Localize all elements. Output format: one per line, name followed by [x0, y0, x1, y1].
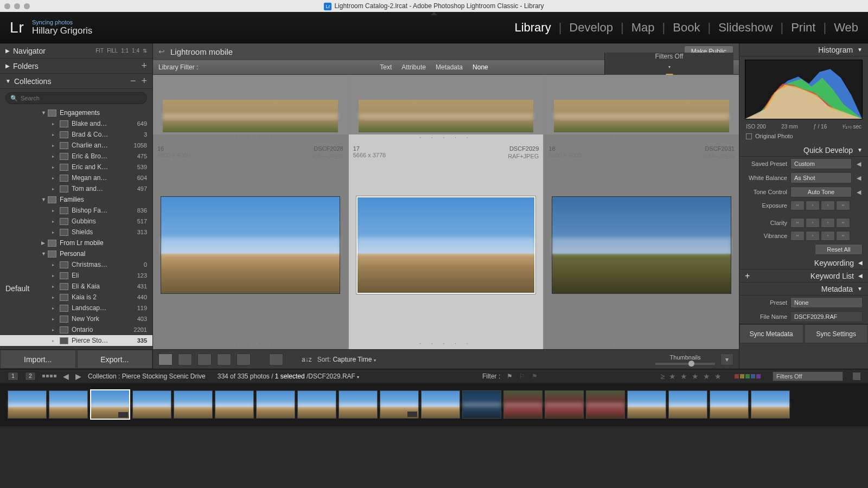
checkbox-icon[interactable]	[746, 133, 752, 139]
filmstrip-thumbnail[interactable]	[586, 390, 625, 419]
metadata-header[interactable]: Default Metadata▼	[739, 282, 868, 296]
collection-item[interactable]: ▸Landscap…119	[0, 303, 152, 313]
clarity-minus2[interactable]: ‹‹	[790, 218, 805, 228]
collection-group[interactable]: ▼Engagements	[0, 107, 152, 118]
people-view-icon[interactable]	[237, 354, 251, 365]
color-label-filter[interactable]	[735, 374, 761, 378]
filmstrip-thumbnail[interactable]	[627, 390, 666, 419]
flag-unflagged-icon[interactable]: ⚐	[519, 373, 525, 380]
vibrance-plus[interactable]: ›	[821, 231, 835, 241]
keyword-list-header[interactable]: + Keyword List◀	[739, 269, 868, 282]
clarity-plus2[interactable]: ››	[836, 218, 850, 228]
collection-group[interactable]: ▼Families	[0, 194, 152, 205]
filmstrip-thumbnail[interactable]	[503, 390, 542, 419]
nav-fit[interactable]: FIT	[95, 48, 104, 54]
vibrance-plus2[interactable]: ››	[836, 231, 850, 241]
nav-back-icon[interactable]: ◀	[63, 372, 69, 381]
sync-metadata-button[interactable]: Sync Metadata	[739, 324, 803, 343]
metadata-preset-select[interactable]: None	[790, 297, 863, 308]
filmstrip-thumbnail[interactable]	[421, 390, 460, 419]
sync-settings-button[interactable]: Sync Settings	[805, 324, 869, 343]
filmstrip[interactable]	[0, 383, 868, 426]
minimize-window-icon[interactable]	[14, 3, 20, 9]
filmstrip-thumbnail[interactable]	[462, 390, 501, 419]
grid-cell[interactable]: · · · · · 16DSCF2028 6000 x 4000RAF+JPEG…	[153, 75, 348, 349]
exposure-plus[interactable]: ›	[821, 201, 835, 210]
filter-text[interactable]: Text	[380, 63, 392, 71]
flag-picked-icon[interactable]: ⚑	[507, 373, 513, 380]
module-print[interactable]: Print	[791, 21, 815, 35]
filters-off-label[interactable]: Filters Off	[655, 53, 684, 60]
nav-1to4[interactable]: 1:4	[132, 48, 139, 54]
clarity-plus[interactable]: ›	[821, 218, 835, 228]
add-folder-icon[interactable]: +	[141, 60, 147, 72]
nav-forward-icon[interactable]: ▶	[75, 372, 81, 381]
thumbnail-size-slider[interactable]	[655, 363, 715, 365]
thumbnail-grid[interactable]: · · · · · 16DSCF2028 6000 x 4000RAF+JPEG…	[153, 75, 739, 349]
collection-item[interactable]: ▸Christmas…0	[0, 259, 152, 270]
vibrance-minus2[interactable]: ‹‹	[790, 231, 805, 241]
filmstrip-thumbnail[interactable]	[339, 390, 378, 419]
filter-preset-select[interactable]: Filters Off	[773, 371, 843, 381]
painter-icon[interactable]	[269, 354, 283, 365]
clarity-minus[interactable]: ‹	[806, 218, 820, 228]
collection-group[interactable]: ▶From Lr mobile	[0, 237, 152, 248]
keywording-header[interactable]: Keywording◀	[739, 256, 868, 269]
add-keyword-icon[interactable]: +	[745, 271, 750, 281]
chevron-right-icon[interactable]: ◀	[855, 160, 863, 168]
toolbar-menu-icon[interactable]: ▾	[720, 354, 733, 365]
grid-cell[interactable]: · · · · · 18DSCF2031 6000 x 4000RAF+JPEG…	[544, 75, 739, 349]
module-web[interactable]: Web	[834, 21, 858, 35]
collection-item[interactable]: ▸Blake and…649	[0, 118, 152, 129]
back-icon[interactable]: ↩	[158, 47, 165, 56]
grid-cell[interactable]: · · · · · 17DSCF2029 5666 x 3778RAF+JPEG…	[349, 75, 544, 349]
white-balance-select[interactable]: As Shot	[790, 172, 852, 183]
filter-none[interactable]: None	[473, 63, 488, 71]
rating-filter[interactable]: ≥ ★ ★ ★ ★ ★	[661, 372, 723, 381]
collection-item[interactable]: ▸Eric & Bro…475	[0, 151, 152, 162]
folders-panel-header[interactable]: ▶ Folders +	[0, 59, 152, 74]
flag-rejected-icon[interactable]: ⚑	[532, 373, 538, 380]
source-path[interactable]: Collection : Pierce Stocking Scenic Driv…	[88, 373, 206, 380]
module-develop[interactable]: Develop	[569, 21, 613, 35]
add-collection-icon[interactable]: +	[141, 75, 147, 87]
exposure-minus2[interactable]: ‹‹	[790, 201, 805, 210]
filmstrip-thumbnail[interactable]	[668, 390, 707, 419]
collection-item[interactable]: ▸Eli123	[0, 270, 152, 281]
filmstrip-thumbnail[interactable]	[174, 390, 213, 419]
filter-attribute[interactable]: Attribute	[401, 63, 426, 71]
module-book[interactable]: Book	[673, 21, 700, 35]
secondary-display-1[interactable]: 1	[8, 372, 18, 381]
collection-item[interactable]: ▸Eric and K…539	[0, 162, 152, 172]
remove-collection-icon[interactable]: −	[130, 75, 136, 87]
collection-item[interactable]: ▸Gubbins517	[0, 216, 152, 227]
collection-group[interactable]: ▼Personal	[0, 248, 152, 259]
exposure-minus[interactable]: ‹	[806, 201, 820, 210]
collection-item[interactable]: ▸Charlie an…1058	[0, 140, 152, 151]
survey-view-icon[interactable]	[217, 354, 231, 365]
filmstrip-thumbnail[interactable]	[8, 390, 47, 419]
filmstrip-thumbnail[interactable]	[90, 389, 130, 420]
auto-tone-button[interactable]: Auto Tone	[790, 187, 852, 197]
filter-lock-icon[interactable]	[853, 373, 860, 380]
filmstrip-thumbnail[interactable]	[710, 390, 749, 419]
sort-az-icon[interactable]: a↓z	[302, 356, 312, 363]
collection-item[interactable]: ▸Ontario2201	[0, 324, 152, 335]
quick-develop-header[interactable]: Quick Develop▼	[739, 144, 868, 157]
filmstrip-thumbnail[interactable]	[132, 390, 171, 419]
collection-item[interactable]: ▸Bishop Fa…836	[0, 205, 152, 216]
grid-view-icon[interactable]	[158, 354, 173, 365]
reset-all-button[interactable]: Reset All	[815, 244, 863, 255]
filmstrip-thumbnail[interactable]	[380, 390, 419, 419]
collections-search[interactable]: 🔍 Search	[5, 92, 147, 104]
compare-view-icon[interactable]	[197, 354, 212, 365]
import-button[interactable]: Import...	[0, 350, 76, 369]
filename-field[interactable]: DSCF2029.RAF	[790, 311, 863, 322]
vibrance-minus[interactable]: ‹	[806, 231, 820, 241]
exposure-plus2[interactable]: ››	[836, 201, 850, 210]
collection-item[interactable]: ▸Tom and…497	[0, 183, 152, 194]
close-window-icon[interactable]	[4, 3, 10, 9]
collection-item[interactable]: ▸Brad & Co…3	[0, 129, 152, 140]
filmstrip-thumbnail[interactable]	[751, 390, 790, 419]
grid-indicator-icon[interactable]	[42, 375, 56, 377]
